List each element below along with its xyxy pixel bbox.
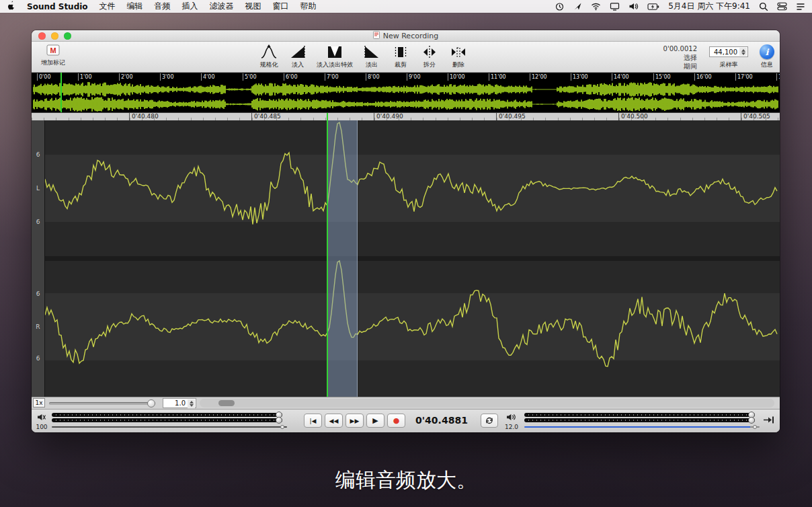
tool-split[interactable]: 拆分 bbox=[419, 44, 440, 69]
transport-buttons: |◀ ◀◀ ▶▶ ▶ ● bbox=[304, 414, 405, 428]
fade-in-icon bbox=[290, 44, 306, 59]
sample-rate-combo[interactable]: 44,100 bbox=[709, 46, 748, 57]
waveform-canvas[interactable] bbox=[45, 120, 778, 397]
input-slider-2[interactable] bbox=[52, 418, 282, 422]
zoom-slider-thumb[interactable] bbox=[147, 399, 155, 407]
fade-out-icon bbox=[364, 44, 380, 59]
selection-label: 选择 bbox=[637, 53, 697, 62]
search-icon[interactable] bbox=[759, 2, 768, 11]
waveform-editor[interactable]: 6 L 6 6 R 6 bbox=[32, 120, 780, 397]
overview-tick: 3'00 bbox=[160, 73, 173, 81]
go-to-end-icon[interactable] bbox=[763, 415, 774, 428]
menu-item-audio[interactable]: 音频 bbox=[155, 1, 171, 12]
go-to-start-button[interactable]: |◀ bbox=[304, 414, 322, 428]
output-slider-2[interactable] bbox=[524, 418, 755, 422]
menu-item-view[interactable]: 视图 bbox=[245, 1, 261, 12]
record-button[interactable]: ● bbox=[387, 414, 405, 428]
zoom-button[interactable] bbox=[64, 32, 71, 40]
zoom-ratio-badge: 1x bbox=[33, 398, 45, 407]
tool-label: 淡入 bbox=[292, 61, 304, 69]
playhead-line[interactable] bbox=[327, 120, 328, 397]
play-button[interactable]: ▶ bbox=[366, 414, 384, 428]
marker-icon: M bbox=[46, 44, 60, 57]
tool-label: 裁剪 bbox=[395, 61, 407, 69]
zoom-value-select[interactable]: 1.0 bbox=[163, 398, 196, 408]
rewind-button[interactable]: ◀◀ bbox=[325, 414, 343, 428]
scrollbar-thumb[interactable] bbox=[218, 400, 235, 406]
stepper-arrows-icon[interactable] bbox=[188, 399, 195, 408]
channel-gutter: 6 L 6 6 R 6 bbox=[32, 120, 45, 397]
input-volume-icon[interactable] bbox=[37, 412, 46, 424]
output-progress-slider[interactable] bbox=[524, 426, 760, 428]
overview-tick: 5'00 bbox=[243, 73, 256, 81]
add-marker-button[interactable]: M 增加标记 bbox=[41, 44, 65, 67]
overview-tick: 12'00 bbox=[530, 73, 547, 81]
wifi-icon[interactable] bbox=[591, 2, 601, 11]
input-level-value: 100 bbox=[33, 424, 50, 430]
tool-label: 规格化 bbox=[260, 61, 278, 69]
menu-item-insert[interactable]: 插入 bbox=[182, 1, 198, 12]
time-machine-icon[interactable] bbox=[555, 2, 565, 11]
ruler-tick: 0'40.505 bbox=[741, 113, 770, 120]
tool-fade-in[interactable]: 淡入 bbox=[288, 44, 308, 69]
input-slider-1[interactable] bbox=[52, 413, 282, 417]
overview-ruler[interactable]: 0'00 1'00 2'00 3'00 4'00 5'00 6'00 7'00 … bbox=[32, 73, 780, 81]
zoom-slider[interactable] bbox=[49, 402, 155, 405]
menu-item-edit[interactable]: 编辑 bbox=[127, 1, 143, 12]
ruler-tick: 0'40.485 bbox=[251, 113, 281, 120]
overview-tick: 2'00 bbox=[119, 73, 132, 81]
tool-label: 淡入淡出特效 bbox=[317, 61, 353, 69]
battery-icon[interactable] bbox=[647, 3, 659, 11]
zoom-scroll-row: 1x 1.0 bbox=[32, 397, 780, 409]
overview-tick: 14'00 bbox=[612, 73, 629, 81]
window-title: New Recording bbox=[383, 32, 439, 40]
overview-playhead[interactable] bbox=[60, 73, 62, 112]
window-titlebar[interactable]: New Recording bbox=[32, 30, 780, 42]
overview-tick: 9'00 bbox=[407, 73, 420, 81]
input-balance-slider[interactable] bbox=[52, 426, 287, 428]
overview-strip[interactable]: 0'00 1'00 2'00 3'00 4'00 5'00 6'00 7'00 … bbox=[32, 73, 780, 112]
menu-item-help[interactable]: 帮助 bbox=[300, 1, 317, 12]
slider-thumb[interactable] bbox=[280, 425, 284, 429]
tool-normalize[interactable]: 规格化 bbox=[259, 44, 279, 69]
overview-waveform[interactable] bbox=[33, 81, 778, 112]
display-icon[interactable] bbox=[610, 2, 620, 11]
rewind-icon: ◀◀ bbox=[329, 418, 339, 424]
tool-label: 拆分 bbox=[423, 61, 436, 69]
control-center-icon[interactable] bbox=[777, 2, 787, 11]
document-icon bbox=[373, 31, 380, 41]
app-window: New Recording M 增加标记 规格化 淡入 淡入淡 bbox=[32, 30, 780, 432]
notification-list-icon[interactable] bbox=[796, 3, 805, 11]
tool-trim[interactable]: 裁剪 bbox=[391, 44, 411, 69]
slider-thumb[interactable] bbox=[276, 417, 282, 424]
menu-item-file[interactable]: 文件 bbox=[99, 1, 116, 12]
minimize-button[interactable] bbox=[51, 32, 58, 40]
tool-delete[interactable]: 删除 bbox=[448, 44, 469, 69]
overview-tick: 13'00 bbox=[571, 73, 588, 81]
sample-rate-label: 采样率 bbox=[709, 61, 748, 69]
db-label: 6 bbox=[32, 355, 44, 362]
selection-region[interactable] bbox=[327, 120, 358, 397]
slider-thumb[interactable] bbox=[748, 417, 755, 424]
volume-icon[interactable] bbox=[628, 2, 639, 11]
menu-bar-date[interactable]: 5月4日 周六 下午9:41 bbox=[668, 1, 750, 12]
stepper-arrows-icon[interactable] bbox=[739, 48, 747, 56]
menu-app-name[interactable]: Sound Studio bbox=[27, 2, 88, 11]
info-button[interactable]: i bbox=[760, 44, 774, 59]
slider-thumb[interactable] bbox=[753, 425, 757, 429]
apple-menu-icon[interactable] bbox=[7, 1, 15, 13]
output-slider-1[interactable] bbox=[524, 413, 755, 417]
tool-fade-in-out[interactable]: 淡入淡出特效 bbox=[317, 44, 353, 69]
play-icon: ▶ bbox=[372, 416, 378, 425]
horizontal-scrollbar[interactable] bbox=[200, 399, 774, 407]
time-ruler[interactable]: 0'40.480 0'40.485 0'40.490 0'40.495 0'40… bbox=[32, 112, 780, 120]
location-icon[interactable] bbox=[573, 2, 582, 11]
tool-fade-out[interactable]: 淡出 bbox=[362, 44, 382, 69]
menu-item-filter[interactable]: 滤波器 bbox=[210, 1, 234, 12]
output-volume-icon[interactable] bbox=[506, 412, 517, 424]
fast-forward-button[interactable]: ▶▶ bbox=[346, 414, 364, 428]
menu-item-window[interactable]: 窗口 bbox=[273, 1, 289, 12]
loop-button[interactable] bbox=[481, 414, 498, 428]
close-button[interactable] bbox=[38, 32, 46, 40]
desktop: Sound Studio 文件 编辑 音频 插入 滤波器 视图 窗口 帮助 bbox=[0, 0, 812, 507]
